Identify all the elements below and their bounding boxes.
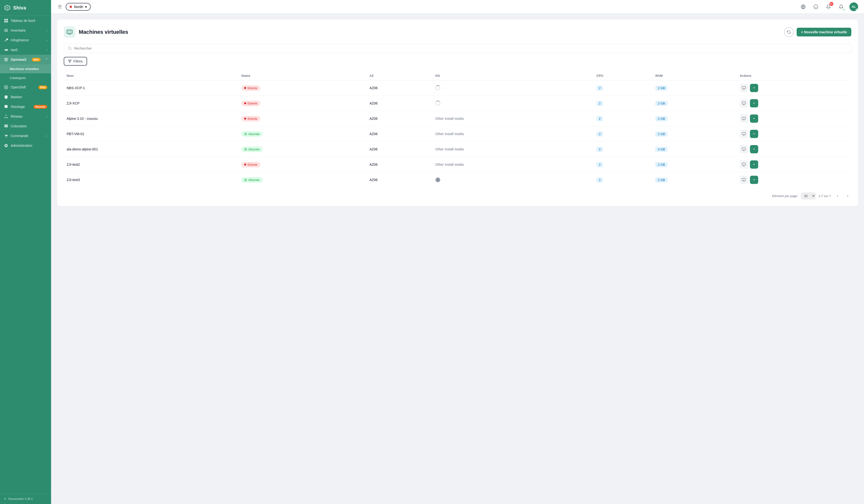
cell-actions [737,142,851,157]
svg-point-14 [7,125,8,125]
more-actions-button[interactable] [750,145,758,153]
table-row: ZJI-XCPEteinteAZ0622 GB [64,96,851,111]
sidebar-item-stockage[interactable]: Stockage Nouveau [0,102,51,112]
sidebar-item-label: OpenIaaS [11,58,26,61]
cell-ram: 2 GB [652,157,737,172]
svg-rect-3 [6,21,8,22]
svg-rect-26 [742,148,745,150]
region-button[interactable]: Nordri ▾ [66,3,91,11]
per-page-select[interactable]: 25 10 50 100 [801,193,816,199]
refresh-button[interactable] [784,27,794,37]
sidebar-item-commande[interactable]: Commande › [0,131,51,141]
cell-statut: Eteinte [238,80,367,96]
cell-statut: ⏻Allumée [238,172,367,188]
filter-label: Filtres [73,59,83,63]
svg-marker-21 [68,60,71,63]
sidebar-item-reseau[interactable]: Réseau › [0,112,51,121]
filter-button[interactable]: Filtres [64,57,87,65]
sidebar-item-infogerance[interactable]: Infogérance › [0,35,51,45]
sidebar-item-label: IaaS [11,48,18,52]
hamburger-button[interactable]: ☰ [57,3,63,10]
user-avatar[interactable]: AL [849,2,858,11]
svg-rect-22 [742,86,745,89]
cell-nom: ZJI-test3 [64,172,238,188]
sidebar-item-bastion[interactable]: Bastion [0,92,51,102]
alert-bell-button[interactable] [837,2,845,11]
new-vm-button[interactable]: + Nouvelle machine virtuelle [796,28,851,36]
cell-os [432,96,594,111]
sidebar-item-catalogues[interactable]: Catalogues [0,73,51,82]
pagination-next-button[interactable]: › [844,192,851,199]
cell-cpu: 2 [593,157,652,172]
vm-table: Nom Statut AZ OS CPU RAM Actions NBS-XCP… [64,72,851,187]
chevron-icon: › [47,39,47,41]
ram-value: 2 GB [655,177,668,183]
console-button[interactable] [740,114,748,123]
search-icon [68,46,72,50]
sidebar-item-iaas[interactable]: IaaS › [0,45,51,55]
more-actions-button[interactable] [750,160,758,169]
svg-rect-5 [4,30,8,30]
chevron-down-icon [752,178,756,182]
cell-actions [737,80,851,96]
cpu-value: 2 [597,162,603,167]
col-os: OS [432,72,594,80]
server-icon [4,124,8,128]
sidebar-item-label: Commande [11,134,28,138]
sidebar-item-label: Colocation [11,124,27,128]
svg-point-17 [814,4,818,9]
sidebar-item-administration[interactable]: Administration [0,141,51,150]
cell-ram: 2 GB [652,80,737,96]
cell-az: AZ06 [367,96,432,111]
sidebar-item-machines-virtuelles[interactable]: Machines virtuelles [0,64,51,73]
table-row: PBT-VM-01⏻AlluméeAZ06Other install media… [64,126,851,142]
action-buttons [740,176,849,184]
globe-button[interactable] [799,2,807,11]
cell-nom: ZJI-XCP [64,96,238,111]
smiley-button[interactable] [812,2,820,11]
console-button[interactable] [740,145,748,153]
cell-nom: NBS-XCP-1 [64,80,238,96]
notification-bell-button[interactable]: 9+ [824,2,833,11]
cell-os: Other install media [432,142,594,157]
console-button[interactable] [740,130,748,138]
power-off-icon [244,102,246,104]
more-actions-button[interactable] [750,84,758,92]
cell-cpu: 2 [593,80,652,96]
sidebar-item-label: Infogérance [11,38,29,42]
cpu-value: 2 [597,86,603,91]
pagination-prev-button[interactable]: ‹ [834,192,841,199]
search-input[interactable] [74,46,847,50]
more-actions-button[interactable] [750,99,758,107]
cell-az: AZ06 [367,142,432,157]
sidebar: Shiva Tableau de bord Inventaire › Infog… [0,0,51,504]
brand-logo[interactable]: Shiva [0,0,51,16]
cell-actions [737,96,851,111]
header-actions: + Nouvelle machine virtuelle [784,27,851,37]
sidebar-item-tableau-de-bord[interactable]: Tableau de bord [0,16,51,25]
database-icon [4,105,8,109]
svg-point-20 [68,47,71,50]
console-button[interactable] [740,160,748,169]
more-actions-button[interactable] [750,176,758,184]
brand-name: Shiva [13,5,26,11]
os-loading-spinner [435,85,440,90]
more-actions-button[interactable] [750,114,758,123]
cell-ram: 2 GB [652,126,737,142]
table-row: ZJI-test2EteinteAZ06Other install media2… [64,157,851,172]
action-buttons [740,114,849,123]
chevron-icon: › [47,29,47,32]
more-actions-button[interactable] [750,130,758,138]
pagination-range: 1-7 sur 7 [818,194,831,198]
cpu-value: 2 [597,147,603,152]
sidebar-item-openiaas[interactable]: OpenIaaS Béta ˅ [0,55,51,64]
console-button[interactable] [740,99,748,107]
sidebar-item-inventaire[interactable]: Inventaire › [0,25,51,35]
console-button[interactable] [740,176,748,184]
col-statut: Statut [238,72,367,80]
sidebar-item-openshift[interactable]: OpenShift Béta [0,82,51,92]
table-header-row: Nom Statut AZ OS CPU RAM Actions [64,72,851,80]
console-button[interactable] [740,84,748,92]
sidebar-item-colocation[interactable]: Colocation [0,121,51,131]
cell-actions [737,126,851,142]
